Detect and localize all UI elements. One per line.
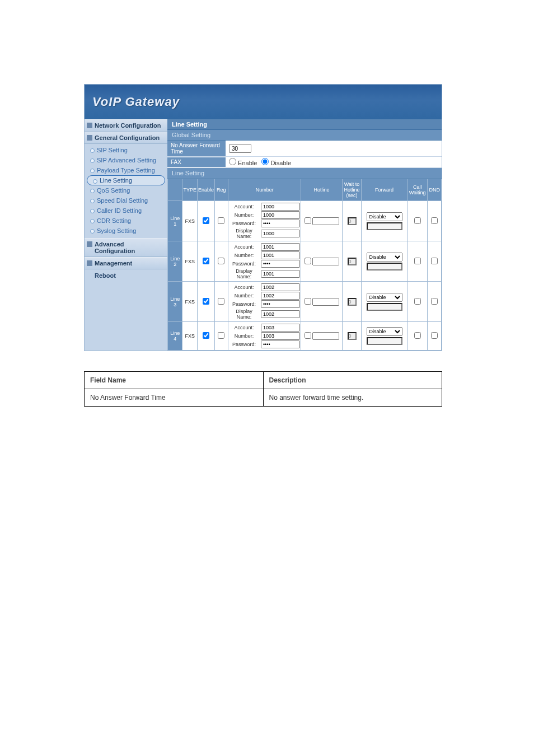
forward-select[interactable]: Disable [367,327,402,336]
hotline-checkbox[interactable] [305,258,311,264]
account-input[interactable] [261,283,300,291]
password-input[interactable] [261,260,300,268]
forward-input[interactable] [367,222,402,230]
line-header: Line 1 [168,201,182,241]
label-account: Account: [229,284,259,290]
wait-input[interactable] [348,298,357,306]
label-password: Password: [229,342,259,347]
callwaiting-checkbox[interactable] [414,298,421,305]
sidebar-item-1[interactable]: SIP Advanced Setting [85,155,167,165]
forward-input[interactable] [367,303,402,311]
account-input[interactable] [261,243,300,251]
col-type: TYPE [182,179,197,201]
hotline-input[interactable] [312,217,339,225]
line-type: FXS [182,201,197,241]
forward-select[interactable]: Disable [367,253,402,262]
label-number: Number: [229,293,259,298]
label-display: Display Name: [229,228,259,239]
dnd-checkbox[interactable] [431,217,438,224]
sidebar-item-2[interactable]: Payload Type Setting [85,165,167,175]
label-password: Password: [229,221,259,226]
fax-enable-radio[interactable] [229,158,236,165]
enable-checkbox[interactable] [203,298,209,305]
account-input[interactable] [261,203,300,211]
display-input[interactable] [261,310,300,318]
callwaiting-checkbox[interactable] [414,258,421,264]
password-input[interactable] [261,300,300,308]
row-noanswer: No Answer Forward Time [167,141,442,157]
dnd-checkbox[interactable] [431,258,438,264]
reg-checkbox[interactable] [218,298,224,305]
line-type: FXS [182,241,197,282]
label-number: Number: [229,333,259,339]
noanswer-input[interactable] [229,144,251,153]
hotline-input[interactable] [312,298,339,306]
enable-checkbox[interactable] [203,217,209,224]
callwaiting-checkbox[interactable] [414,217,421,224]
panel-title: Line Setting [167,119,442,130]
sidebar-item-8[interactable]: Syslog Setting [85,226,167,236]
hotline-checkbox[interactable] [305,298,311,305]
table-row: Line 4FXSAccount:Number:Password:Disable [168,322,442,351]
dnd-checkbox[interactable] [431,298,438,305]
table-row: Line 2FXSAccount:Number:Password:Display… [168,241,442,282]
display-input[interactable] [261,230,300,237]
def-r1b: No answer forward time setting. [263,389,442,407]
hotline-checkbox[interactable] [305,332,311,339]
account-input[interactable] [261,324,300,332]
nav-section-network[interactable]: Network Configuration [85,119,167,132]
callwaiting-checkbox[interactable] [414,332,421,339]
fax-enable-option[interactable]: Enable [229,158,257,166]
sidebar-item-4[interactable]: QoS Setting [85,185,167,195]
sidebar-item-0[interactable]: SIP Setting [85,145,167,155]
sidebar-item-7[interactable]: CDR Setting [85,216,167,226]
enable-checkbox[interactable] [203,258,209,264]
number-input[interactable] [261,292,300,300]
sidebar-item-6[interactable]: Caller ID Setting [85,206,167,216]
forward-select[interactable]: Disable [367,212,402,221]
wait-input[interactable] [348,217,357,225]
sidebar-item-3[interactable]: Line Setting [87,175,165,185]
def-r1a: No Answer Forward Time [85,389,264,407]
label-display: Display Name: [229,268,259,279]
password-input[interactable] [261,220,300,227]
hotline-input[interactable] [312,332,339,340]
hotline-input[interactable] [312,258,339,265]
table-row: Line 3FXSAccount:Number:Password:Display… [168,282,442,322]
wait-input[interactable] [348,258,357,265]
reg-checkbox[interactable] [218,258,224,264]
def-h1: Field Name [85,372,264,389]
sidebar-item-5[interactable]: Speed Dial Setting [85,195,167,206]
label-number: Number: [229,212,259,218]
line-table: TYPE Enable Reg Number Hotline Wait to H… [167,179,442,351]
wait-input[interactable] [348,332,357,340]
hotline-checkbox[interactable] [305,217,311,224]
content-panel: Line Setting Global Setting No Answer Fo… [167,119,442,351]
forward-select[interactable]: Disable [367,293,402,302]
dnd-checkbox[interactable] [431,332,438,339]
number-input[interactable] [261,211,300,219]
nav-section-general[interactable]: General Configuration [85,132,167,144]
col-dnd: DND [428,179,442,201]
enable-checkbox[interactable] [203,332,209,339]
fax-disable-radio[interactable] [261,158,269,165]
forward-input[interactable] [367,337,402,345]
number-input[interactable] [261,332,300,340]
label-password: Password: [229,261,259,267]
nav-section-management[interactable]: Management [85,257,167,269]
password-input[interactable] [261,340,300,348]
nav-section-advanced[interactable]: Advanced Configuration [85,238,167,257]
reg-checkbox[interactable] [218,217,224,224]
col-number: Number [228,179,301,201]
reg-checkbox[interactable] [218,332,224,339]
col-hotline: Hotline [301,179,342,201]
display-input[interactable] [261,270,300,278]
line-header: Line 2 [168,241,182,282]
col-line [168,179,182,201]
sidebar-item-reboot[interactable]: Reboot [85,270,167,281]
col-wait: Wait to Hotline (sec) [342,179,362,201]
fax-disable-option[interactable]: Disable [261,158,291,166]
line-header: Line 4 [168,322,182,351]
forward-input[interactable] [367,263,402,270]
number-input[interactable] [261,251,300,259]
